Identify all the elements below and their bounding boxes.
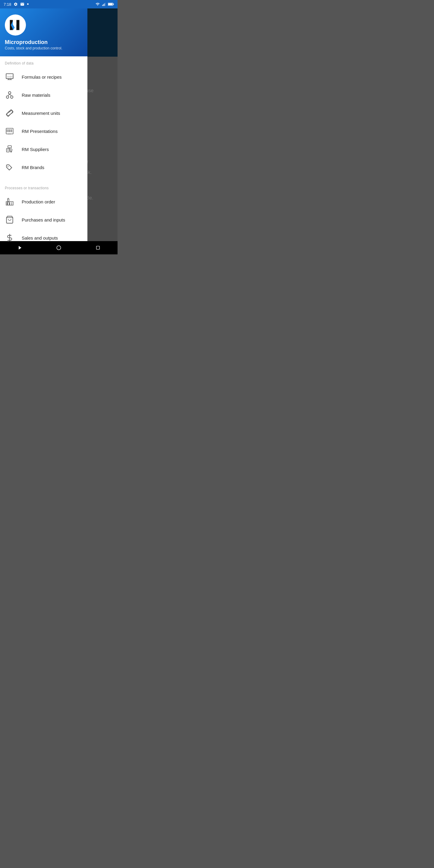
svg-point-17 — [6, 96, 9, 98]
menu-item-production[interactable]: Production order — [0, 193, 87, 211]
ruler-icon — [5, 108, 14, 118]
tag-icon — [5, 162, 14, 172]
svg-line-19 — [8, 94, 10, 96]
svg-rect-32 — [12, 129, 12, 132]
svg-rect-39 — [7, 149, 9, 152]
menu-item-formulas[interactable]: 1+2=3 Formulas or recipes — [0, 68, 87, 86]
svg-point-18 — [10, 96, 13, 98]
app-subtitle: Costs, stock and production control. — [5, 46, 62, 50]
menu-item-rawmaterials[interactable]: Raw materials — [0, 86, 87, 104]
section-label-definition: Definition of data — [0, 56, 87, 68]
svg-point-42 — [7, 166, 8, 167]
svg-rect-28 — [8, 129, 8, 132]
clock: 7:18 — [4, 2, 11, 7]
blackboard-icon: 1+2=3 — [5, 72, 14, 82]
suppliers-icon — [5, 144, 14, 154]
email-icon — [20, 2, 24, 6]
svg-rect-0 — [102, 5, 103, 6]
svg-point-36 — [10, 149, 12, 151]
rawmaterials-icon — [5, 90, 14, 100]
menu-label-presentations: RM Presentations — [22, 129, 58, 134]
app-logo — [5, 14, 26, 36]
svg-rect-6 — [113, 4, 114, 5]
status-bar: 7:18 • — [0, 0, 118, 8]
section-label-processes: Processes or transactions — [0, 181, 87, 193]
menu-label-suppliers: RM Suppliers — [22, 147, 49, 152]
navigation-drawer: Microproduction Costs, stock and product… — [0, 8, 87, 241]
recents-button[interactable] — [93, 243, 102, 252]
menu-item-sales[interactable]: Sales and outputs — [0, 229, 87, 241]
status-left: 7:18 • — [4, 1, 29, 7]
menu-item-purchases[interactable]: Purchases and inputs — [0, 211, 87, 229]
svg-rect-1 — [103, 4, 104, 6]
svg-text:2390: 2390 — [8, 133, 11, 135]
svg-rect-34 — [8, 146, 11, 148]
svg-rect-44 — [7, 202, 8, 205]
home-button[interactable] — [54, 243, 63, 252]
wifi-icon — [95, 2, 100, 6]
svg-rect-46 — [11, 202, 12, 205]
svg-rect-54 — [96, 246, 100, 250]
app-name: Microproduction — [5, 39, 48, 45]
menu-item-presentations[interactable]: 2390 RM Presentations — [0, 122, 87, 140]
menu-label-measurement: Measurement units — [22, 111, 60, 116]
menu-item-suppliers[interactable]: RM Suppliers — [0, 140, 87, 158]
menu-label-formulas: Formulas or recipes — [22, 74, 62, 80]
drawer-header: Microproduction Costs, stock and product… — [0, 8, 87, 56]
menu-label-production: Production order — [22, 199, 55, 204]
svg-marker-9 — [16, 20, 19, 30]
svg-rect-5 — [108, 3, 113, 5]
svg-rect-31 — [11, 129, 11, 132]
menu-label-sales: Sales and outputs — [22, 236, 58, 241]
menu-label-brands: RM Brands — [22, 165, 44, 170]
shoppingbag-icon — [5, 215, 14, 224]
svg-rect-45 — [9, 202, 10, 205]
svg-line-20 — [10, 94, 11, 96]
notification-dot: • — [27, 1, 29, 7]
menu-label-purchases: Purchases and inputs — [22, 217, 65, 222]
menu-label-rawmaterials: Raw materials — [22, 93, 50, 98]
drawer-scrim[interactable] — [87, 8, 118, 241]
settings-icon — [13, 2, 18, 6]
factory-icon — [5, 197, 14, 207]
svg-marker-52 — [19, 246, 22, 250]
svg-rect-3 — [105, 3, 105, 6]
svg-rect-29 — [9, 129, 9, 132]
dollar-icon — [5, 233, 14, 241]
menu-item-brands[interactable]: RM Brands — [0, 158, 87, 176]
svg-line-23 — [7, 112, 8, 113]
battery-icon — [108, 2, 114, 6]
svg-rect-27 — [7, 129, 7, 132]
barcode-icon: 2390 — [5, 126, 14, 136]
signal-icon — [102, 2, 106, 6]
svg-text:1+2=3: 1+2=3 — [7, 76, 13, 78]
svg-point-16 — [8, 92, 11, 94]
status-right — [95, 2, 114, 6]
back-button[interactable] — [15, 243, 24, 252]
menu-item-measurement[interactable]: Measurement units — [0, 104, 87, 122]
navigation-bar — [0, 241, 118, 254]
svg-line-24 — [9, 111, 9, 112]
svg-point-53 — [57, 246, 61, 250]
svg-rect-2 — [104, 4, 104, 6]
